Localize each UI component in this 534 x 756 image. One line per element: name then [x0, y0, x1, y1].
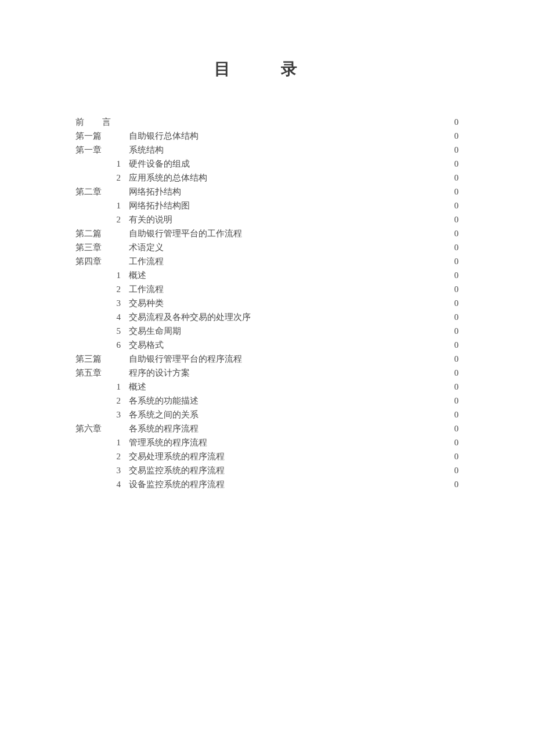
- toc-text: 各系统之间的关系: [129, 408, 199, 422]
- toc-level: 第二篇: [75, 226, 107, 240]
- toc-level: 第三章: [75, 240, 107, 254]
- toc-entry: 第二篇自助银行管理平台的工作流程0: [75, 226, 459, 240]
- toc-number: 4: [107, 477, 129, 491]
- toc-page: 0: [454, 352, 459, 366]
- toc-page: 0: [454, 240, 459, 254]
- page-title: 目 录: [75, 58, 459, 80]
- toc-text: 交易流程及各种交易的处理次序: [129, 310, 251, 324]
- toc-entry: 5交易生命周期0: [75, 324, 459, 338]
- toc-entry: 前言0: [75, 115, 459, 129]
- toc-page: 0: [454, 394, 459, 408]
- toc-number: 2: [107, 449, 129, 463]
- toc-text: 交易监控系统的程序流程: [129, 463, 225, 477]
- toc-page: 0: [454, 213, 459, 226]
- toc-number: 3: [107, 408, 129, 422]
- toc-entry: 1硬件设备的组成0: [75, 157, 459, 171]
- toc-text: 工作流程: [129, 282, 164, 296]
- toc-page: 0: [454, 143, 459, 157]
- toc-page: 0: [454, 226, 459, 240]
- toc-level: 第三篇: [75, 352, 107, 366]
- toc-page: 0: [454, 282, 459, 296]
- toc-number: 言: [102, 115, 129, 129]
- toc-number: 2: [107, 171, 129, 185]
- toc-page: 0: [454, 338, 459, 352]
- toc-entry: 1概述0: [75, 268, 459, 282]
- toc-page: 0: [454, 435, 459, 449]
- toc-page: 0: [454, 366, 459, 380]
- toc-level: 第四章: [75, 254, 107, 268]
- toc-page: 0: [454, 310, 459, 324]
- toc-page: 0: [454, 449, 459, 463]
- toc-level: 前: [75, 115, 102, 129]
- toc-entry: 第二章网络拓扑结构0: [75, 185, 459, 199]
- toc-entry: 第一章系统结构0: [75, 143, 459, 157]
- toc-page: 0: [454, 171, 459, 185]
- toc-entry: 第六章各系统的程序流程0: [75, 422, 459, 435]
- toc-number: 1: [107, 199, 129, 213]
- toc-text: 各系统的程序流程: [129, 422, 199, 435]
- toc-entry: 4设备监控系统的程序流程0: [75, 477, 459, 491]
- toc-number: 6: [107, 338, 129, 352]
- toc-number: 1: [107, 380, 129, 394]
- toc-text: 概述: [129, 380, 146, 394]
- toc-text: 交易处理系统的程序流程: [129, 449, 225, 463]
- toc-page: 0: [454, 380, 459, 394]
- toc-text: 概述: [129, 268, 146, 282]
- toc-text: 网络拓扑结构图: [129, 199, 190, 213]
- toc-text: 交易种类: [129, 296, 164, 310]
- toc-entry: 2交易处理系统的程序流程0: [75, 449, 459, 463]
- toc-entry: 2有关的说明0: [75, 213, 459, 226]
- toc-entry: 第三篇自助银行管理平台的程序流程0: [75, 352, 459, 366]
- toc-level: 第一篇: [75, 129, 107, 143]
- toc-entry: 2应用系统的总体结构0: [75, 171, 459, 185]
- toc-number: 2: [107, 213, 129, 226]
- toc-text: 网络拓扑结构: [129, 185, 181, 199]
- toc-entry: 3各系统之间的关系0: [75, 408, 459, 422]
- toc-level: 第一章: [75, 143, 107, 157]
- toc-page: 0: [454, 185, 459, 199]
- toc-page: 0: [454, 254, 459, 268]
- toc-page: 0: [454, 408, 459, 422]
- toc-number: 1: [107, 435, 129, 449]
- toc-number: 2: [107, 394, 129, 408]
- toc-text: 交易格式: [129, 338, 164, 352]
- toc-page: 0: [454, 157, 459, 171]
- toc-page: 0: [454, 199, 459, 213]
- toc-page: 0: [454, 477, 459, 491]
- toc-page: 0: [454, 296, 459, 310]
- toc-number: 4: [107, 310, 129, 324]
- toc-number: 1: [107, 268, 129, 282]
- toc-entry: 6交易格式0: [75, 338, 459, 352]
- toc-entry: 2各系统的功能描述0: [75, 394, 459, 408]
- toc-text: 程序的设计方案: [129, 366, 190, 380]
- toc-number: 3: [107, 463, 129, 477]
- toc-text: 系统结构: [129, 143, 164, 157]
- toc-entry: 3交易种类0: [75, 296, 459, 310]
- toc-text: 设备监控系统的程序流程: [129, 477, 225, 491]
- toc-page: 0: [454, 115, 459, 129]
- toc-entry: 4交易流程及各种交易的处理次序0: [75, 310, 459, 324]
- toc-entry: 1概述0: [75, 380, 459, 394]
- toc-text: 管理系统的程序流程: [129, 435, 207, 449]
- toc-text: 自助银行管理平台的程序流程: [129, 352, 242, 366]
- toc-text: 自助银行总体结构: [129, 129, 199, 143]
- toc-entry: 第五章程序的设计方案0: [75, 366, 459, 380]
- toc-text: 各系统的功能描述: [129, 394, 199, 408]
- table-of-contents: 前言0第一篇自助银行总体结构0第一章系统结构01硬件设备的组成02应用系统的总体…: [75, 115, 459, 491]
- toc-number: 5: [107, 324, 129, 338]
- toc-page: 0: [454, 268, 459, 282]
- toc-text: 工作流程: [129, 254, 164, 268]
- toc-text: 交易生命周期: [129, 324, 181, 338]
- toc-page: 0: [454, 324, 459, 338]
- toc-text: 有关的说明: [129, 213, 172, 226]
- toc-level: 第五章: [75, 366, 107, 380]
- toc-entry: 第三章术语定义0: [75, 240, 459, 254]
- toc-entry: 1网络拓扑结构图0: [75, 199, 459, 213]
- toc-entry: 第一篇自助银行总体结构0: [75, 129, 459, 143]
- toc-entry: 第四章工作流程0: [75, 254, 459, 268]
- toc-entry: 2工作流程0: [75, 282, 459, 296]
- toc-text: 自助银行管理平台的工作流程: [129, 226, 242, 240]
- toc-number: 1: [107, 157, 129, 171]
- toc-page: 0: [454, 422, 459, 435]
- toc-text: 硬件设备的组成: [129, 157, 190, 171]
